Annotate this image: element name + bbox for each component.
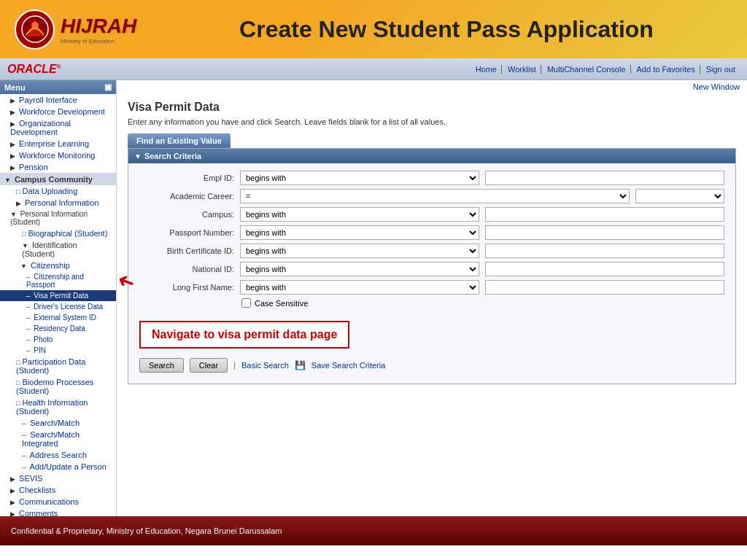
sidebar-item-biographical[interactable]: □ Biographical (Student) (0, 228, 116, 239)
sidebar-item-search-match-int[interactable]: – Search/Match Integrated (0, 429, 116, 449)
campus-row: Campus: begins with=contains (139, 207, 724, 222)
logo-area: HIJRAH Ministry of Education (15, 9, 136, 50)
passport-number-label: Passport Number: (139, 228, 234, 237)
sidebar-item-pension[interactable]: ▶ Pension (0, 161, 116, 173)
nav-links: Home Worklist MultiChannel Console Add t… (471, 65, 740, 74)
search-form: Empl ID: begins with=contains Academic C… (128, 163, 735, 384)
collapse-icon[interactable]: ▼ (134, 152, 142, 160)
sidebar-item-photo[interactable]: – Photo (0, 334, 116, 345)
basic-search-link[interactable]: Basic Search (241, 361, 289, 370)
sign-out-link[interactable]: Sign out (702, 65, 740, 74)
instruction-text: Enter any information you have and click… (128, 117, 736, 126)
search-button[interactable]: Search (139, 358, 184, 373)
academic-career-label: Academic Career: (139, 192, 234, 201)
sidebar-item-workforce-dev[interactable]: ▶ Workforce Development (0, 106, 116, 117)
sidebar-item-personal-info-student[interactable]: ▼ Personal Information (Student) (0, 209, 116, 228)
sidebar-item-org-dev[interactable]: ▶ Organizational Development (0, 117, 116, 138)
sidebar-item-comments[interactable]: ▶ Comments (0, 508, 116, 516)
home-link[interactable]: Home (471, 65, 502, 74)
floppy-icon: 💾 (295, 360, 306, 370)
oracle-logo: ORACLE® (7, 63, 61, 76)
menu-header: Menu ▣ (0, 80, 116, 94)
search-criteria-label: Search Criteria (144, 152, 201, 160)
birth-cert-label: Birth Certificate ID: (139, 246, 234, 255)
long-first-name-input[interactable] (485, 280, 724, 295)
sidebar-item-citizenship-passport[interactable]: – Citizenship and Passport (0, 271, 116, 290)
sidebar-item-checklists[interactable]: ▶ Checklists (0, 484, 116, 496)
callout-box: Navigate to visa permit data page (139, 321, 349, 349)
sidebar-item-enterprise[interactable]: ▶ Enterprise Learning (0, 138, 116, 149)
sidebar: Menu ▣ ▶ Payroll Interface ▶ Workforce D… (0, 80, 117, 516)
sidebar-item-residency[interactable]: – Residency Data (0, 323, 116, 334)
campus-operator[interactable]: begins with=contains (240, 207, 479, 222)
empl-id-input[interactable] (485, 171, 724, 185)
separator: | (233, 361, 236, 370)
clear-button[interactable]: Clear (190, 358, 228, 373)
national-id-row: National ID: begins with=contains (139, 262, 724, 276)
new-window-link[interactable]: New Window (693, 82, 740, 91)
birth-cert-row: Birth Certificate ID: begins with=contai… (139, 244, 724, 258)
long-first-name-label: Long First Name: (139, 283, 234, 292)
logo-text-area: HIJRAH Ministry of Education (61, 15, 136, 44)
page-title: Create New Student Pass Application (160, 16, 732, 43)
sidebar-item-drivers-license[interactable]: – Driver's License Data (0, 301, 116, 312)
academic-career-row: Academic Career: =begins withcontains Un… (139, 189, 724, 203)
content-area: New Window Visa Permit Data Enter any in… (117, 80, 747, 516)
empl-id-label: Empl ID: (139, 174, 234, 182)
sidebar-item-personal-info[interactable]: ▶ Personal Information (0, 197, 116, 209)
birth-cert-operator[interactable]: begins with=contains (240, 244, 479, 258)
passport-number-input[interactable] (485, 225, 724, 240)
sidebar-item-participation[interactable]: □ Participation Data (Student) (0, 356, 116, 376)
sidebar-item-workforce-mon[interactable]: ▶ Workforce Monitoring (0, 149, 116, 161)
sidebar-item-address-search[interactable]: – Address Search (0, 449, 116, 461)
case-sensitive-checkbox[interactable] (241, 298, 251, 308)
passport-number-operator[interactable]: begins with=contains (240, 225, 479, 240)
sidebar-item-biodemo[interactable]: □ Biodemo Processes (Student) (0, 376, 116, 397)
case-sensitive-label: Case Sensitive (255, 299, 308, 308)
sidebar-item-external-system[interactable]: – External System ID (0, 312, 116, 323)
sidebar-item-sevis[interactable]: ▶ SEVIS (0, 472, 116, 484)
sidebar-item-pin[interactable]: – PIN (0, 345, 116, 356)
campus-label: Campus: (139, 210, 234, 219)
national-id-input[interactable] (485, 262, 724, 276)
case-sensitive-row: Case Sensitive (241, 298, 724, 308)
sidebar-item-citizenship[interactable]: ▼ Citizenship (0, 260, 116, 271)
save-search-link[interactable]: Save Search Criteria (311, 361, 386, 370)
callout-area: Navigate to visa permit data page ➜ (139, 314, 724, 349)
sidebar-item-identification[interactable]: ▼ Identification (Student) (0, 239, 116, 260)
national-id-label: National ID: (139, 265, 234, 273)
logo-icon (15, 9, 55, 50)
callout-arrow: ➜ (117, 268, 138, 296)
sidebar-item-payroll[interactable]: ▶ Payroll Interface (0, 94, 116, 106)
sidebar-item-data-uploading[interactable]: □ Data Uploading (0, 185, 116, 197)
empl-id-operator[interactable]: begins with=contains (240, 171, 479, 185)
oracle-bar: ORACLE® Home Worklist MultiChannel Conso… (0, 58, 747, 80)
academic-career-operator[interactable]: =begins withcontains (240, 189, 630, 203)
sidebar-item-visa-permit[interactable]: – Visa Permit Data (0, 290, 116, 301)
buttons-row: Search Clear | Basic Search 💾 Save Searc… (139, 354, 724, 376)
footer: Confidential & Proprietary, Ministry of … (0, 516, 747, 545)
visa-permit-title: Visa Permit Data (128, 101, 736, 114)
footer-text: Confidential & Proprietary, Ministry of … (11, 526, 282, 535)
sidebar-item-communications[interactable]: ▶ Communications (0, 496, 116, 508)
national-id-operator[interactable]: begins with=contains (240, 262, 479, 276)
passport-number-row: Passport Number: begins with=contains (139, 225, 724, 240)
logo-subtitle: Ministry of Education (61, 38, 136, 44)
main-layout: Menu ▣ ▶ Payroll Interface ▶ Workforce D… (0, 80, 747, 516)
sidebar-item-add-update[interactable]: – Add/Update a Person (0, 461, 116, 472)
menu-toggle-icon[interactable]: ▣ (104, 82, 112, 92)
sidebar-item-health[interactable]: □ Health Information (Student) (0, 397, 116, 417)
worklist-link[interactable]: Worklist (503, 65, 541, 74)
sidebar-item-search-match[interactable]: – Search/Match (0, 417, 116, 429)
academic-career-select[interactable]: UndergraduateGraduate (635, 189, 724, 203)
campus-input[interactable] (485, 207, 724, 222)
menu-label: Menu (4, 83, 26, 92)
add-favorites-link[interactable]: Add to Favorites (632, 65, 700, 74)
find-existing-tab[interactable]: Find an Existing Value (128, 133, 231, 148)
birth-cert-input[interactable] (485, 244, 724, 258)
long-first-name-operator[interactable]: begins with=contains (240, 280, 479, 295)
logo-name: HIJRAH (61, 15, 136, 38)
sidebar-section-campus[interactable]: ▼ Campus Community (0, 173, 116, 185)
multichannel-link[interactable]: MultiChannel Console (543, 65, 631, 74)
new-window-bar: New Window (117, 80, 747, 93)
